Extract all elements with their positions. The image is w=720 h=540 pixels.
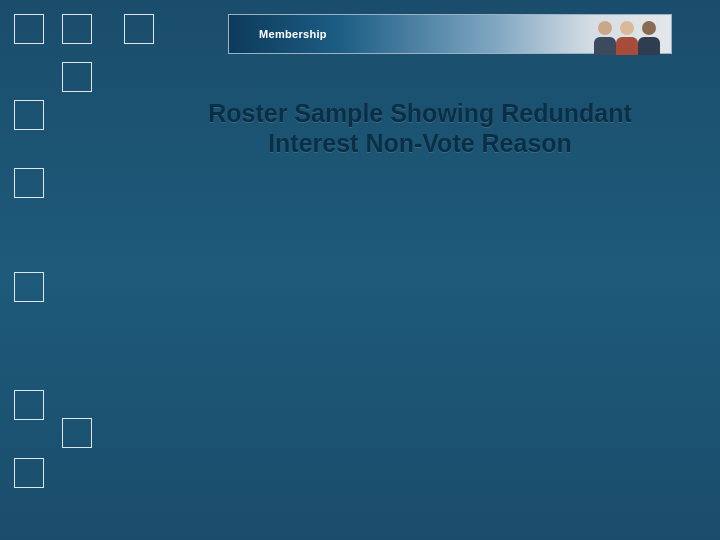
decor-box xyxy=(14,458,44,488)
decor-box xyxy=(14,100,44,130)
title-line-2: Interest Non-Vote Reason xyxy=(160,128,680,158)
person-icon xyxy=(594,21,616,55)
decor-box xyxy=(62,14,92,44)
decor-box xyxy=(62,418,92,448)
banner-label: Membership xyxy=(259,28,327,40)
banner: Membership xyxy=(228,14,672,54)
title-line-1: Roster Sample Showing Redundant xyxy=(160,98,680,128)
banner-people-graphic xyxy=(583,15,671,55)
person-icon xyxy=(616,21,638,55)
page-title: Roster Sample Showing Redundant Interest… xyxy=(160,98,680,158)
decor-box xyxy=(14,272,44,302)
decor-box xyxy=(62,62,92,92)
decor-box xyxy=(14,168,44,198)
decor-box xyxy=(124,14,154,44)
decor-box xyxy=(14,14,44,44)
person-icon xyxy=(638,21,660,55)
decor-box xyxy=(14,390,44,420)
